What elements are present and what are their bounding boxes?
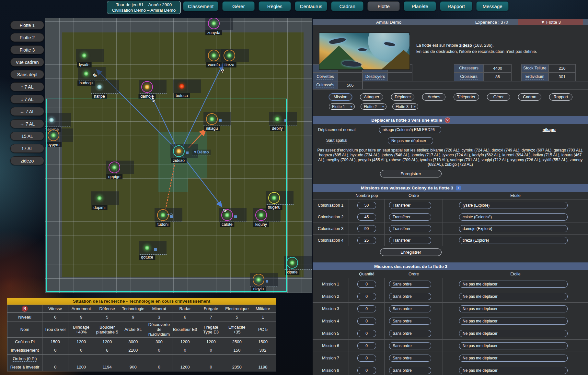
normal-move-select[interactable]: nikagu (Colonisé) RMI ERD26 [379,126,441,133]
research-value: 302 [250,346,276,355]
sidebar-button-flotte-1[interactable]: Flotte 1 [10,21,44,30]
sidebar-button-↑-7-al[interactable]: ↑ 7 AL [10,82,44,91]
sidebar-button-zidezo[interactable]: zidezo [10,156,44,165]
action-button-cadran[interactable]: Cadran [518,93,541,101]
shuttle-header-qty: Quantité [349,270,385,278]
pop-input[interactable]: 25 [357,237,376,244]
qty-input[interactable]: 0 [357,293,376,300]
main-menu: ClassementGérerRèglesCentaurusCadranFlot… [183,1,509,11]
star-select[interactable]: Ne pas me déplacer [459,281,568,288]
collapse-badge[interactable]: V [445,117,450,123]
fleet-artwork [319,32,410,70]
shuttle-star-cell: Ne pas me déplacer [443,352,588,364]
shuttle-order-cell: Sans ordre [385,352,443,364]
action-button-arches[interactable]: Arches [422,93,445,101]
order-select[interactable]: Transférer [389,237,431,244]
sidebar-button-→-7-al[interactable]: → 7 AL [10,119,44,128]
action-button-gérer[interactable]: Gérer [487,93,510,101]
order-select[interactable]: Sans ordre [389,367,431,374]
sidebar-button-17-al[interactable]: 17 AL [10,144,44,153]
sidebar-button-flotte-2[interactable]: Flotte 2 [10,33,44,42]
star-select[interactable]: damoje (Exploré) [459,225,568,232]
qty-input[interactable]: 0 [357,281,376,288]
star-select[interactable]: lysafe (Exploré) [459,202,568,209]
star-dot [97,84,102,90]
qty-input[interactable]: 0 [357,367,376,374]
research-r-badge[interactable]: R [22,306,28,312]
order-select[interactable]: Sans ordre [389,318,431,325]
action-button-mission[interactable]: Mission [329,93,352,101]
qty-input[interactable]: 0 [357,318,376,325]
action-button-rapport[interactable]: Rapport [549,93,572,101]
qty-input[interactable]: 0 [357,305,376,312]
qty-input[interactable]: 0 [357,330,376,337]
star-select[interactable]: tireza (Exploré) [459,237,568,244]
stat-label-stock-tellure: Stock Tellure [521,64,548,73]
order-select[interactable]: Sans ordre [389,281,431,288]
star-select[interactable]: Ne pas me déplacer [459,305,568,312]
research-column-armement: Armement [68,305,94,313]
sidebar-button-vue-cadran[interactable]: Vue cadran [10,58,44,67]
menu-button-message[interactable]: Message [476,1,509,11]
order-select[interactable]: Sans ordre [389,342,431,349]
pop-input[interactable]: 90 [357,225,376,232]
order-select[interactable]: Transférer [389,202,431,209]
order-select[interactable]: Transférer [389,213,431,221]
save-move-button[interactable]: Enregistrer [380,170,442,177]
shuttle-order-cell: Sans ordre [385,278,443,290]
menu-button-gérer[interactable]: Gérer [222,1,255,11]
pop-input[interactable]: 50 [357,202,376,209]
menu-button-rapport[interactable]: Rapport [440,1,472,11]
sidebar-button-flotte-3[interactable]: Flotte 3 [10,45,44,54]
star-link-zidezo[interactable]: zidezo [459,43,472,48]
pop-input[interactable]: 45 [357,213,376,221]
menu-button-flotte[interactable]: Flotte [367,1,400,11]
action-button-téléporter[interactable]: Téléporter [454,93,479,101]
menu-button-centaurus[interactable]: Centaurus [295,1,327,11]
colony-order-cell: Transférer [385,223,443,235]
sidebar-button-sans-dépl[interactable]: Sans dépl [10,70,44,79]
star-select[interactable]: Ne pas me déplacer [459,318,568,325]
sidebar-button-←-7-al[interactable]: ← 7 AL [10,107,44,116]
star-select[interactable]: Ne pas me déplacer [459,355,568,362]
qty-input[interactable]: 0 [357,342,376,349]
research-value: 1194 [94,363,120,371]
fleet-dropdown-flotte-1[interactable]: Flotte 1▼ [329,103,355,110]
star-select[interactable]: Ne pas me déplacer [459,367,568,374]
star-select[interactable]: Ne pas me déplacer [459,342,568,349]
menu-button-planète[interactable]: Planète [404,1,436,11]
sidebar-button-↓-7-al[interactable]: ↓ 7 AL [10,95,44,103]
star-select[interactable]: calote (Colonisé) [459,213,568,221]
star-select[interactable]: Ne pas me déplacer [459,330,568,337]
fleet-dropdown-flotte-2[interactable]: Flotte 2▼ [361,103,386,110]
jump-move-select[interactable]: Ne pas me déplacer [388,137,433,144]
order-select[interactable]: Transférer [389,225,431,232]
order-select[interactable]: Sans ordre [389,293,431,300]
colony-pop-cell: 45 [349,211,385,223]
star-select[interactable]: Ne pas me déplacer [459,293,568,300]
order-select[interactable]: Sans ordre [389,330,431,337]
colony-row-label: Colonisation 4 [313,235,349,246]
stat-value-corvettes [338,73,363,81]
action-button-attaquer[interactable]: Attaquer [360,93,383,101]
order-select[interactable]: Sans ordre [389,355,431,362]
action-button-déplacer[interactable]: Déplacer [391,93,414,101]
save-colony-button[interactable]: Enregistrer [380,248,442,256]
menu-button-règles[interactable]: Règles [259,1,291,11]
fleet-flag-demo[interactable]: ▼Démo [192,150,211,155]
top-navigation: Tour de jeu 81 – Année 2900 Civilisation… [0,0,588,14]
sidebar-button-15-al[interactable]: 15 AL [10,132,44,140]
experience-label[interactable]: Expérience : 370 [465,19,518,25]
qty-input[interactable]: 0 [357,355,376,362]
research-column-frégate: Frégate [198,305,224,313]
nikagu-link[interactable]: nikagu [543,127,556,132]
stat-value-destroyers [388,73,412,81]
fleet-tab-selector[interactable]: ▼ Flotte 3 [518,19,583,25]
turn-line: Tour de jeu 81 – Année 2900 [116,2,172,7]
fleet-dropdown-flotte-3[interactable]: Flotte 3▼ [392,103,418,110]
menu-button-cadran[interactable]: Cadran [331,1,363,11]
menu-button-classement[interactable]: Classement [183,1,218,11]
star-map[interactable]: zunydalysafevucofatirezabudoquhafipedamo… [45,18,312,293]
order-select[interactable]: Sans ordre [389,305,431,312]
info-badge[interactable]: i [456,186,461,190]
